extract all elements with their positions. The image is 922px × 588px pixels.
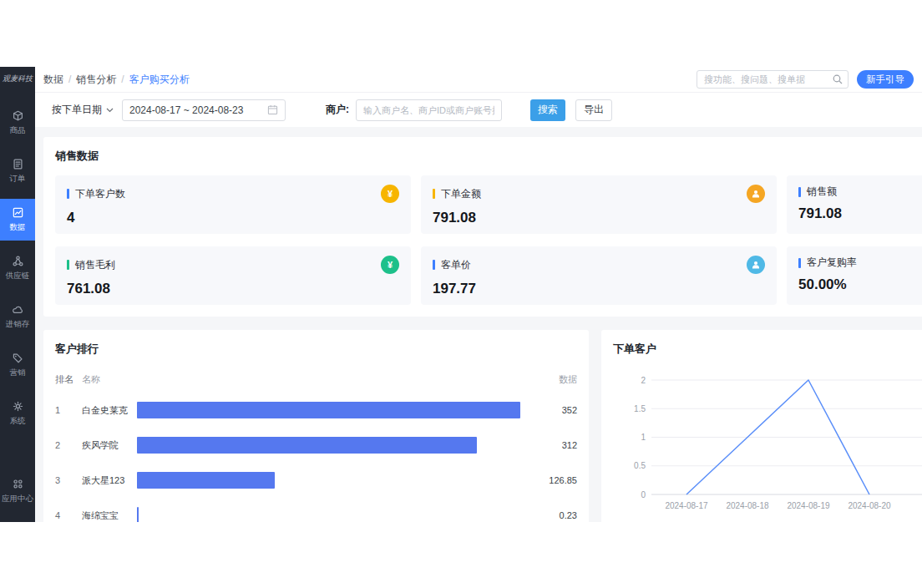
col-header-name: 名称: [82, 373, 137, 386]
rank-number: 3: [55, 475, 82, 485]
ranking-row: 4海绵宝宝0.23: [55, 498, 577, 522]
breadcrumb-item[interactable]: 销售分析: [76, 73, 116, 87]
app-center-icon: [12, 478, 24, 490]
col-header-value: 数据: [530, 373, 577, 386]
stat-label: 客单价: [441, 258, 471, 272]
sidebar-item-营销[interactable]: 营销: [0, 344, 35, 386]
date-type-label: 按下单日期: [52, 103, 102, 117]
stat-value: 761.08: [67, 281, 399, 297]
ranking-value: 126.85: [530, 475, 577, 485]
sidebar-item-进销存[interactable]: 进销存: [0, 296, 35, 337]
inventory-cloud-icon: [12, 303, 24, 316]
goods-box-icon: [12, 109, 24, 122]
bottom-row: 客户排行 排名名称数据 1白金史莱克3522疾风学院3123派大星123126.…: [43, 330, 922, 522]
ranking-header: 排名名称数据: [55, 373, 577, 386]
sidebar-item-数据[interactable]: 数据: [0, 199, 35, 241]
sidebar-nav: 商品订单数据供应链进销存营销系统: [0, 102, 35, 441]
stat-accent-bar: [67, 189, 69, 199]
rank-number: 4: [55, 510, 82, 520]
sidebar-item-商品[interactable]: 商品: [0, 102, 35, 144]
sidebar-item-label: 进销存: [6, 319, 30, 330]
breadcrumb-separator: /: [121, 74, 124, 85]
sidebar-item-订单[interactable]: 订单: [0, 150, 35, 192]
order-customers-card: 下单客户 21.510.502024-08-172024-08-182024-0…: [601, 330, 922, 522]
stat-accent-bar: [433, 189, 435, 199]
stat-value: 197.77: [433, 281, 765, 297]
stat-tile: 客单价197.77: [421, 246, 777, 305]
chevron-down-icon: [106, 108, 114, 113]
svg-text:1.5: 1.5: [634, 404, 646, 413]
stat-label: 销售额: [807, 185, 837, 199]
stat-accent-bar: [798, 258, 801, 268]
rank-number: 2: [55, 440, 82, 450]
order-customers-title: 下单客户: [613, 342, 922, 357]
order-doc-icon: [12, 158, 24, 170]
stat-label: 下单金额: [441, 187, 481, 201]
merchant-label: 商户:: [326, 103, 349, 117]
stat-accent-bar: [798, 187, 801, 197]
calendar-icon: [267, 104, 278, 115]
stat-tile: 客户复购率50.00%: [787, 246, 922, 305]
global-search-input[interactable]: [697, 70, 849, 89]
content: 销售数据 下单客户数¥4下单金额791.08销售额791.08销售毛利¥761.…: [35, 127, 922, 522]
stat-tile: 销售额791.08: [787, 175, 922, 234]
stat-label: 下单客户数: [75, 187, 125, 201]
logo: 观麦科技: [2, 67, 33, 84]
ranking-bar: [137, 507, 139, 522]
search-icon[interactable]: [832, 74, 843, 85]
sidebar-item-系统[interactable]: 系统: [0, 393, 35, 434]
ranking-bar: [137, 402, 520, 418]
col-header-rank: 排名: [55, 373, 82, 386]
breadcrumb-item[interactable]: 数据: [43, 73, 63, 87]
customer-name: 疾风学院: [82, 439, 137, 452]
sidebar-item-供应链[interactable]: 供应链: [0, 247, 35, 289]
svg-text:2024-08-18: 2024-08-18: [726, 501, 769, 510]
ranking-value: 352: [530, 405, 577, 415]
svg-text:2024-08-19: 2024-08-19: [787, 501, 830, 510]
sidebar-item-label: 系统: [10, 416, 26, 427]
date-range-value: 2024-08-17 ~ 2024-08-23: [129, 104, 243, 116]
sidebar-bottom: 应用中心: [0, 470, 35, 519]
ranking-bar: [137, 472, 275, 489]
breadcrumb-separator: /: [68, 74, 71, 85]
export-button[interactable]: 导出: [575, 99, 612, 121]
topbar-right: 新手引导: [697, 70, 914, 89]
stat-label: 销售毛利: [75, 258, 115, 272]
sidebar: 观麦科技 商品订单数据供应链进销存营销系统 应用中心: [0, 67, 35, 522]
sidebar-item-label: 数据: [10, 222, 26, 233]
stat-value: 50.00%: [798, 276, 922, 293]
marketing-tag-icon: [12, 352, 24, 364]
global-search: [697, 70, 849, 89]
stat-value: 4: [67, 210, 399, 226]
search-button[interactable]: 搜索: [530, 99, 565, 121]
ranking-value: 312: [530, 440, 577, 450]
customer-name: 派大星123: [82, 474, 137, 487]
stat-value: 791.08: [433, 210, 765, 226]
stat-tile: 下单客户数¥4: [55, 175, 411, 234]
breadcrumb-item[interactable]: 客户购买分析: [129, 73, 190, 87]
ranking-table: 排名名称数据 1白金史莱克3522疾风学院3123派大星123126.854海绵…: [55, 373, 577, 522]
guide-button[interactable]: 新手引导: [857, 70, 914, 89]
svg-text:2024-08-17: 2024-08-17: [665, 501, 708, 510]
ranking-row: 1白金史莱克352: [55, 393, 577, 428]
rank-number: 1: [55, 405, 82, 415]
app-window: 观麦科技 商品订单数据供应链进销存营销系统 应用中心 数据/销售分析/客户购买分…: [0, 67, 922, 522]
date-type-select[interactable]: 按下单日期: [52, 103, 114, 117]
sidebar-item-label: 供应链: [6, 271, 30, 281]
customer-name: 白金史莱克: [82, 404, 137, 417]
merchant-input[interactable]: [356, 99, 502, 121]
ranking-title: 客户排行: [55, 342, 577, 357]
sales-data-card: 销售数据 下单客户数¥4下单金额791.08销售额791.08销售毛利¥761.…: [43, 137, 922, 317]
svg-text:0: 0: [641, 490, 646, 499]
svg-text:1: 1: [641, 433, 646, 442]
topbar: 数据/销售分析/客户购买分析 新手引导: [35, 67, 922, 92]
date-range-picker[interactable]: 2024-08-17 ~ 2024-08-23: [122, 99, 286, 121]
order-customers-chart: 21.510.502024-08-172024-08-182024-08-192…: [613, 362, 922, 514]
user-badge-icon: [747, 256, 765, 274]
stat-label: 客户复购率: [807, 256, 857, 270]
sidebar-item-应用中心[interactable]: 应用中心: [0, 470, 35, 512]
yen-badge-icon: ¥: [381, 185, 399, 203]
sales-data-title: 销售数据: [55, 149, 922, 164]
stat-value: 791.08: [798, 205, 922, 222]
system-gear-icon: [12, 400, 24, 413]
